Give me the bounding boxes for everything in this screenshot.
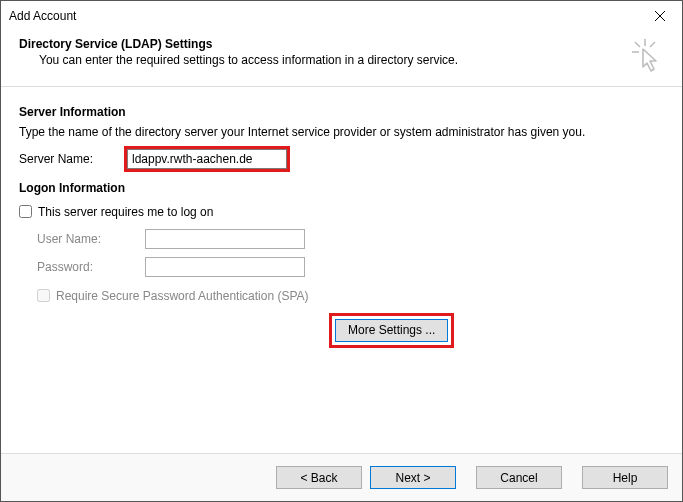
next-button[interactable]: Next > bbox=[370, 466, 456, 489]
require-logon-label: This server requires me to log on bbox=[38, 205, 213, 219]
svg-line-3 bbox=[635, 42, 640, 47]
spa-label: Require Secure Password Authentication (… bbox=[56, 289, 309, 303]
header-description: You can enter the required settings to a… bbox=[39, 53, 458, 67]
more-settings-highlight: More Settings ... bbox=[329, 313, 454, 348]
password-label: Password: bbox=[37, 260, 145, 274]
close-button[interactable] bbox=[637, 1, 682, 31]
server-name-input[interactable] bbox=[127, 149, 287, 169]
user-name-input bbox=[145, 229, 305, 249]
window-title: Add Account bbox=[9, 9, 76, 23]
close-icon bbox=[655, 11, 665, 21]
spa-row: Require Secure Password Authentication (… bbox=[37, 289, 664, 303]
dialog-content: Server Information Type the name of the … bbox=[1, 87, 682, 453]
require-logon-checkbox[interactable] bbox=[19, 205, 32, 218]
dialog-header: Directory Service (LDAP) Settings You ca… bbox=[1, 31, 682, 87]
header-title: Directory Service (LDAP) Settings bbox=[19, 37, 458, 51]
server-info-title: Server Information bbox=[19, 105, 664, 119]
svg-line-4 bbox=[650, 42, 655, 47]
cancel-button[interactable]: Cancel bbox=[476, 466, 562, 489]
server-info-description: Type the name of the directory server yo… bbox=[19, 125, 664, 141]
dialog-footer: < Back Next > Cancel Help bbox=[1, 453, 682, 501]
add-account-window: Add Account Directory Service (LDAP) Set… bbox=[0, 0, 683, 502]
more-settings-row: More Settings ... bbox=[329, 313, 664, 348]
titlebar: Add Account bbox=[1, 1, 682, 31]
back-button[interactable]: < Back bbox=[276, 466, 362, 489]
require-logon-row: This server requires me to log on bbox=[19, 205, 664, 219]
server-name-row: Server Name: bbox=[19, 149, 664, 169]
more-settings-button[interactable]: More Settings ... bbox=[335, 319, 448, 342]
user-name-label: User Name: bbox=[37, 232, 145, 246]
spa-checkbox bbox=[37, 289, 50, 302]
password-input bbox=[145, 257, 305, 277]
help-button[interactable]: Help bbox=[582, 466, 668, 489]
wizard-cursor-icon bbox=[630, 39, 660, 76]
user-name-row: User Name: bbox=[37, 229, 664, 249]
logon-info-title: Logon Information bbox=[19, 181, 664, 195]
logon-credentials-group: User Name: Password: Require Secure Pass… bbox=[37, 229, 664, 303]
server-name-label: Server Name: bbox=[19, 152, 127, 166]
password-row: Password: bbox=[37, 257, 664, 277]
